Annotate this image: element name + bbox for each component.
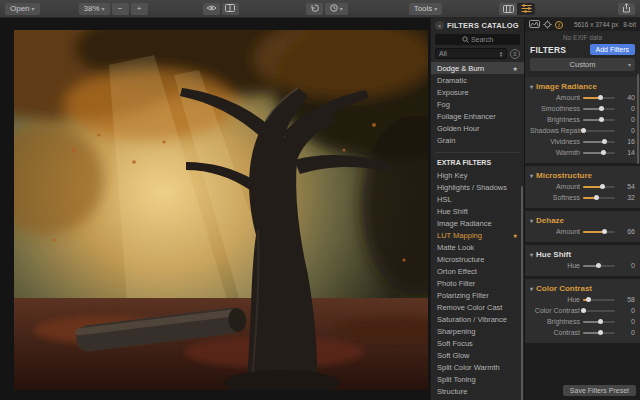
slider-knob[interactable] — [600, 184, 605, 189]
favorite-star-icon[interactable]: ★ — [513, 232, 518, 239]
slider-track[interactable] — [583, 97, 615, 99]
catalog-item[interactable]: Polarizing Filter — [431, 289, 524, 301]
slider-track[interactable] — [583, 152, 615, 154]
collapse-chevron-icon[interactable]: ▾ — [530, 172, 533, 179]
slider-row: Amount66 — [530, 226, 635, 237]
slider-value: 0 — [621, 262, 635, 269]
slider-track[interactable] — [583, 130, 615, 132]
catalog-item[interactable]: Remove Color Cast — [431, 301, 524, 313]
slider-knob[interactable] — [598, 330, 603, 335]
catalog-item[interactable]: Hue Shift — [431, 205, 524, 217]
catalog-item[interactable]: High Key — [431, 169, 524, 181]
filter-section-header[interactable]: ▾Image Radiance — [530, 80, 635, 92]
zoom-in-button[interactable]: + — [131, 3, 148, 15]
catalog-item[interactable]: Matte Look — [431, 241, 524, 253]
slider-knob[interactable] — [594, 195, 599, 200]
catalog-item[interactable]: Foliage Enhancer — [431, 110, 524, 122]
filter-section-header[interactable]: ▾Hue Shift — [530, 248, 635, 260]
add-filters-button[interactable]: Add Filters — [590, 44, 635, 55]
collapse-chevron-icon[interactable]: ▾ — [530, 251, 533, 258]
catalog-item[interactable]: Orton Effect — [431, 265, 524, 277]
slider-track[interactable] — [583, 119, 615, 121]
slider-knob[interactable] — [596, 263, 601, 268]
slider-track[interactable] — [583, 231, 615, 233]
catalog-item[interactable]: Dodge & Burn★ — [431, 62, 524, 74]
filters-panel-toggle-button[interactable] — [517, 3, 535, 15]
catalog-item[interactable]: Split Toning — [431, 373, 524, 385]
catalog-options-icon[interactable]: ≡ — [510, 49, 520, 59]
catalog-item[interactable]: Microstructure — [431, 253, 524, 265]
collapse-chevron-icon[interactable]: ▾ — [530, 285, 533, 292]
category-dropdown[interactable]: All ▲▼ — [435, 48, 507, 59]
catalog-item[interactable]: Dramatic — [431, 74, 524, 86]
catalog-item[interactable]: Highlights / Shadows — [431, 181, 524, 193]
preset-dropdown[interactable]: Custom ▾ — [530, 58, 635, 71]
image-canvas[interactable] — [0, 18, 430, 400]
search-input[interactable]: Search — [435, 34, 520, 45]
undo-button[interactable] — [306, 3, 323, 15]
slider-knob[interactable] — [598, 95, 603, 100]
slider-label: Contrast — [530, 329, 580, 336]
catalog-item[interactable]: Golden Hour — [431, 122, 524, 134]
slider-track[interactable] — [583, 197, 615, 199]
slider-track[interactable] — [583, 299, 615, 301]
info-icon[interactable]: i — [555, 21, 563, 29]
slider-track[interactable] — [583, 265, 615, 267]
slider-row: Brightness0 — [530, 316, 635, 327]
catalog-filter-row: All ▲▼ ≡ — [435, 48, 520, 59]
catalog-item[interactable]: Photo Filter — [431, 277, 524, 289]
slider-track[interactable] — [583, 310, 615, 312]
slider-label: Amount — [530, 228, 580, 235]
histogram-icon[interactable] — [529, 20, 540, 29]
catalog-item[interactable]: Fog — [431, 98, 524, 110]
slider-knob[interactable] — [586, 297, 591, 302]
filter-section-header[interactable]: ▾Color Contrast — [530, 282, 635, 294]
slider-track[interactable] — [583, 108, 615, 110]
catalog-item[interactable]: Image Radiance — [431, 217, 524, 229]
filmstrip-toggle-button[interactable] — [499, 3, 517, 15]
zoom-out-button[interactable]: − — [112, 3, 129, 15]
catalog-item[interactable]: HSL — [431, 193, 524, 205]
slider-knob[interactable] — [601, 150, 606, 155]
slider-track[interactable] — [583, 141, 615, 143]
catalog-item[interactable]: Exposure — [431, 86, 524, 98]
slider-track[interactable] — [583, 321, 615, 323]
slider-track[interactable] — [583, 186, 615, 188]
catalog-item[interactable]: Soft Glow — [431, 349, 524, 361]
inspector-scrollbar[interactable] — [637, 74, 639, 164]
slider-knob[interactable] — [602, 229, 607, 234]
collapse-chevron-icon[interactable]: ▾ — [530, 217, 533, 224]
slider-knob[interactable] — [581, 128, 586, 133]
filter-section-header[interactable]: ▾Microstructure — [530, 169, 635, 181]
history-dropdown-button[interactable]: ▾ — [325, 3, 348, 15]
catalog-item[interactable]: Structure — [431, 385, 524, 397]
slider-knob[interactable] — [598, 319, 603, 324]
catalog-item-label: Split Color Warmth — [437, 363, 500, 372]
zoom-level-dropdown[interactable]: 38% ▾ — [79, 3, 110, 15]
slider-knob[interactable] — [599, 117, 604, 122]
slider-knob[interactable] — [581, 308, 586, 313]
close-catalog-icon[interactable]: × — [435, 21, 444, 30]
catalog-scrollbar[interactable] — [521, 186, 523, 400]
catalog-item[interactable]: LUT Mapping★ — [431, 229, 524, 241]
catalog-item[interactable]: Saturation / Vibrance — [431, 313, 524, 325]
slider-track[interactable] — [583, 332, 615, 334]
save-filters-preset-button[interactable]: Save Filters Preset — [563, 385, 636, 396]
open-button[interactable]: Open ▾ — [5, 3, 40, 15]
filter-section-header[interactable]: ▾Dehaze — [530, 214, 635, 226]
catalog-item-label: Foliage Enhancer — [437, 112, 496, 121]
tools-dropdown[interactable]: Tools ▾ — [409, 3, 443, 15]
slider-knob[interactable] — [602, 139, 607, 144]
catalog-item[interactable]: Soft Focus — [431, 337, 524, 349]
catalog-item[interactable]: Grain — [431, 134, 524, 146]
compare-button[interactable] — [222, 3, 239, 15]
catalog-item[interactable]: Split Color Warmth — [431, 361, 524, 373]
collapse-chevron-icon[interactable]: ▾ — [530, 83, 533, 90]
share-button[interactable] — [618, 3, 635, 15]
image-info-bar: i 5616 x 3744 px 8-bit — [525, 18, 640, 31]
catalog-item[interactable]: Sharpening — [431, 325, 524, 337]
settings-icon[interactable] — [543, 20, 552, 30]
preview-eye-button[interactable] — [203, 3, 220, 15]
slider-knob[interactable] — [599, 106, 604, 111]
favorite-star-icon[interactable]: ★ — [513, 65, 518, 72]
